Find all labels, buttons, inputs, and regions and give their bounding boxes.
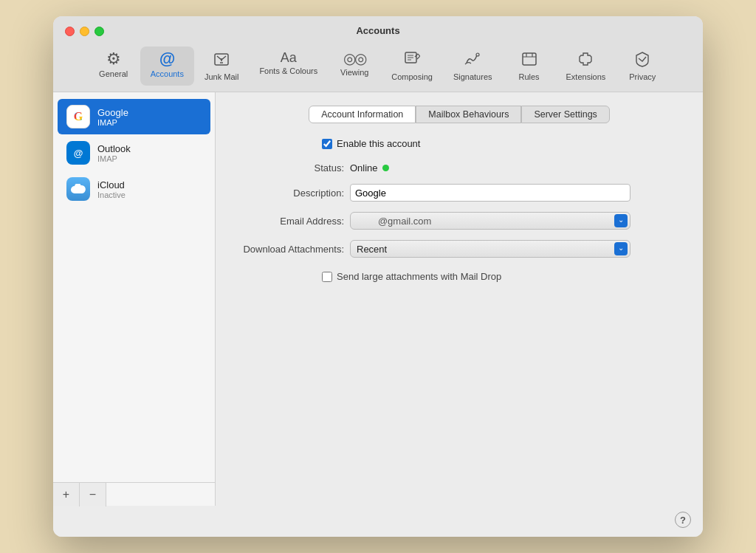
signatures-icon — [464, 51, 481, 70]
download-attachments-row: Download Attachments: Recent All None — [233, 240, 685, 258]
sidebar: G Google IMAP @ Outlook IMAP — [53, 92, 216, 506]
detail-panel: Account Information Mailbox Behaviours S… — [216, 92, 703, 506]
google-account-info: Google IMAP — [97, 107, 128, 127]
download-label: Download Attachments: — [233, 244, 344, 255]
download-select[interactable]: Recent All None — [350, 240, 630, 258]
minimize-button[interactable] — [80, 27, 89, 36]
accounts-list: G Google IMAP @ Outlook IMAP — [53, 98, 215, 482]
description-row: Description: — [233, 184, 685, 202]
toolbar-general[interactable]: ⚙ General — [87, 47, 140, 86]
toolbar-accounts-label: Accounts — [151, 69, 184, 78]
viewing-icon: ◎◎ — [343, 51, 365, 66]
window-title: Accounts — [356, 25, 399, 36]
icloud-account-info: iCloud Inactive — [97, 179, 126, 199]
tab-account-information[interactable]: Account Information — [309, 106, 416, 123]
sidebar-item-google[interactable]: G Google IMAP — [58, 99, 210, 134]
fonts-icon: Aa — [281, 51, 297, 64]
email-row: Email Address: — [233, 212, 685, 230]
sidebar-item-outlook[interactable]: @ Outlook IMAP — [58, 135, 210, 171]
status-dot-green — [382, 165, 389, 171]
accounts-icon: @ — [159, 51, 175, 67]
toolbar-fonts-label: Fonts & Colours — [259, 66, 317, 75]
tab-mailbox-behaviours[interactable]: Mailbox Behaviours — [416, 106, 521, 123]
toolbar-signatures-label: Signatures — [453, 72, 492, 81]
status-value: Online — [350, 162, 389, 174]
junkmail-icon — [213, 51, 230, 70]
traffic-lights — [65, 27, 104, 36]
help-button[interactable]: ? — [675, 512, 691, 528]
toolbar-signatures[interactable]: Signatures — [443, 47, 503, 86]
toolbar-accounts[interactable]: @ Accounts — [140, 47, 194, 86]
outlook-account-icon: @ — [66, 141, 90, 165]
enable-account-row: Enable this account — [322, 138, 685, 149]
mail-drop-row: Send large attachments with Mail Drop — [322, 271, 685, 282]
outlook-account-name: Outlook — [97, 143, 131, 154]
sidebar-bottom-bar: + − — [53, 482, 215, 506]
toolbar-general-label: General — [99, 69, 128, 78]
google-account-icon: G — [66, 105, 90, 128]
google-account-type: IMAP — [97, 118, 128, 127]
icloud-account-name: iCloud — [97, 179, 126, 190]
toolbar-junkmail-label: Junk Mail — [205, 72, 238, 81]
toolbar-privacy-label: Privacy — [629, 72, 656, 81]
description-label: Description: — [233, 188, 344, 199]
main-window: Accounts ⚙ General @ Accounts — [53, 16, 703, 537]
toolbar-viewing[interactable]: ◎◎ Viewing — [328, 47, 381, 86]
outlook-account-info: Outlook IMAP — [97, 143, 131, 163]
tab-row: Account Information Mailbox Behaviours S… — [233, 106, 685, 123]
mail-drop-checkbox[interactable] — [322, 272, 332, 282]
status-row: Status: Online — [233, 162, 685, 174]
status-label: Status: — [233, 162, 344, 174]
outlook-account-type: IMAP — [97, 154, 131, 163]
toolbar-fonts[interactable]: Aa Fonts & Colours — [249, 47, 328, 86]
toolbar-extensions-label: Extensions — [566, 72, 606, 81]
toolbar-composing[interactable]: Composing — [381, 47, 443, 86]
toolbar-rules-label: Rules — [518, 72, 539, 81]
email-input[interactable] — [350, 212, 630, 230]
description-input[interactable] — [350, 184, 630, 202]
toolbar: ⚙ General @ Accounts Junk Mail — [87, 44, 670, 92]
icloud-account-type: Inactive — [97, 190, 126, 199]
main-area: G Google IMAP @ Outlook IMAP — [53, 92, 703, 506]
close-button[interactable] — [65, 27, 75, 36]
general-icon: ⚙ — [106, 51, 121, 67]
mail-drop-label: Send large attachments with Mail Drop — [337, 271, 501, 282]
svg-point-7 — [476, 53, 479, 56]
privacy-icon — [635, 51, 650, 70]
help-bar: ? — [53, 506, 703, 537]
extensions-icon — [577, 51, 594, 70]
sidebar-item-icloud[interactable]: iCloud Inactive — [58, 171, 210, 207]
google-account-name: Google — [97, 107, 128, 118]
toolbar-extensions[interactable]: Extensions — [556, 47, 616, 86]
toolbar-privacy[interactable]: Privacy — [616, 47, 669, 86]
svg-rect-8 — [523, 53, 536, 65]
toolbar-junkmail[interactable]: Junk Mail — [194, 47, 249, 86]
title-bar: Accounts ⚙ General @ Accounts — [53, 16, 703, 92]
add-account-button[interactable]: + — [53, 483, 80, 506]
icloud-account-icon — [66, 177, 90, 201]
toolbar-composing-label: Composing — [391, 72, 433, 81]
email-label: Email Address: — [233, 216, 344, 227]
account-form: Enable this account Status: Online Descr… — [233, 138, 685, 282]
enable-account-checkbox[interactable] — [322, 139, 332, 149]
download-select-wrapper: Recent All None — [350, 240, 630, 258]
tab-server-settings[interactable]: Server Settings — [521, 106, 609, 123]
email-select-wrapper — [350, 212, 630, 230]
toolbar-rules[interactable]: Rules — [503, 47, 556, 86]
remove-account-button[interactable]: − — [80, 483, 106, 506]
toolbar-viewing-label: Viewing — [340, 68, 368, 77]
maximize-button[interactable] — [94, 27, 104, 36]
composing-icon — [404, 51, 420, 70]
rules-icon — [521, 51, 537, 70]
enable-account-label: Enable this account — [337, 138, 420, 149]
